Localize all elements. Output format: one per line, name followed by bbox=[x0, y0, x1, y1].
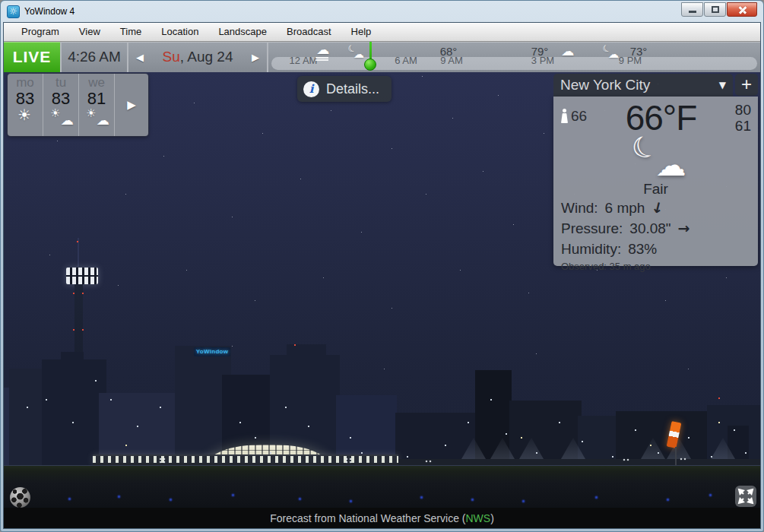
details-button[interactable]: i Details... bbox=[297, 76, 392, 102]
wind-direction-icon: ↓ bbox=[650, 197, 666, 218]
temperature-row: 66 66°F 80 61 bbox=[553, 97, 758, 138]
date-navigator[interactable]: ◀ Su, Aug 24 ▶ bbox=[128, 42, 267, 72]
date-label: Su, Aug 24 bbox=[163, 49, 233, 65]
attribution-bar: Forecast from National Weather Service (… bbox=[4, 508, 760, 528]
tower-observation-deck bbox=[66, 268, 98, 284]
menu-location[interactable]: Location bbox=[151, 23, 208, 41]
fullscreen-button[interactable] bbox=[735, 486, 756, 507]
details-label: Details... bbox=[326, 81, 379, 97]
day-temp: 83 bbox=[52, 90, 70, 108]
pressure-value: 30.08" bbox=[629, 219, 670, 238]
cloud-icon: ☁ bbox=[97, 112, 109, 128]
chevron-down-icon[interactable]: ▼ bbox=[719, 80, 726, 90]
sun-icon: ☀ bbox=[17, 106, 31, 124]
pressure-trend-icon: → bbox=[678, 219, 690, 238]
fullscreen-arrows-icon bbox=[737, 488, 754, 505]
windsock-pole bbox=[675, 447, 677, 467]
clock-display[interactable]: 4:26 AM bbox=[62, 42, 127, 72]
nws-link[interactable]: NWS bbox=[465, 512, 490, 524]
person-icon bbox=[560, 109, 569, 124]
feels-like: 66 bbox=[560, 108, 587, 125]
cloud-icon: ☁ bbox=[562, 43, 575, 59]
attribution-text: Forecast from National Weather Service ( bbox=[270, 512, 465, 524]
minimize-button[interactable] bbox=[681, 2, 703, 17]
menu-program[interactable]: Program bbox=[11, 23, 69, 41]
condition-label: Fair bbox=[553, 181, 758, 198]
menu-help[interactable]: Help bbox=[341, 23, 382, 41]
content-area: YoWindow New York City bbox=[4, 42, 760, 528]
timeline-temp: 73° bbox=[630, 45, 648, 58]
maximize-button[interactable] bbox=[704, 2, 726, 17]
forecast-day-tuesday[interactable]: tu 83 ☀☁ bbox=[43, 74, 79, 136]
observed-label: Observed: bbox=[561, 261, 607, 272]
forecast-expand-button[interactable]: ▶ bbox=[115, 74, 148, 136]
cloud-icon: ☁ bbox=[353, 48, 364, 60]
window-body: Program View Time Location Landscape Bro… bbox=[3, 22, 761, 529]
cloud-icon: ☁ bbox=[61, 112, 74, 128]
live-button[interactable]: LIVE bbox=[4, 42, 60, 72]
high-temp: 80 bbox=[735, 102, 751, 118]
menu-time[interactable]: Time bbox=[110, 23, 151, 41]
title-bar[interactable]: ☼ YoWindow 4 bbox=[1, 1, 763, 22]
timeline-track[interactable]: 12 AM 6 AM 9 AM 3 PM 9 PM bbox=[271, 57, 757, 70]
window-controls bbox=[681, 2, 757, 17]
humidity-label: Humidity: bbox=[561, 239, 621, 258]
observed-value: 35 m ago bbox=[610, 261, 651, 272]
wind-label: Wind: bbox=[561, 198, 598, 217]
hour-tick: 12 AM bbox=[290, 55, 318, 66]
next-day-icon[interactable]: ▶ bbox=[252, 52, 259, 63]
info-icon: i bbox=[303, 81, 319, 97]
day-label: tu bbox=[55, 76, 66, 90]
date-rest-label: , Aug 24 bbox=[180, 49, 233, 65]
menu-broadcast[interactable]: Broadcast bbox=[277, 23, 341, 41]
humidity-value: 83% bbox=[628, 239, 657, 258]
tower-antenna bbox=[78, 238, 79, 270]
cloud-icon: ☁ bbox=[656, 147, 686, 182]
low-temp: 61 bbox=[735, 118, 751, 134]
sun-icon: ☀ bbox=[86, 106, 96, 120]
window-title: YoWindow 4 bbox=[24, 6, 681, 17]
wind-value: 6 mph bbox=[605, 198, 645, 217]
timeline-temp: 68° bbox=[440, 45, 458, 58]
forecast-day-wednesday[interactable]: we 81 ☀☁ bbox=[79, 74, 115, 136]
weekday-label: Su bbox=[163, 49, 180, 65]
attribution-suffix: ) bbox=[490, 512, 494, 524]
add-location-button[interactable]: + bbox=[735, 74, 758, 96]
airfield-ground bbox=[4, 465, 760, 511]
day-label: mo bbox=[16, 76, 34, 90]
day-temp: 81 bbox=[87, 90, 106, 108]
weather-panel: 66 66°F 80 61 ☾ ☁ Fair Wind: 6 mph ↓ bbox=[553, 97, 758, 266]
prev-day-icon[interactable]: ◀ bbox=[136, 52, 144, 63]
fog-cloud-icon: ☁ bbox=[317, 42, 330, 57]
current-temperature: 66°F bbox=[587, 97, 735, 138]
day-label: we bbox=[88, 76, 105, 90]
hour-tick: 6 AM bbox=[395, 55, 417, 66]
terminal-building bbox=[93, 454, 398, 465]
forecast-day-monday[interactable]: mo 83 ☀ bbox=[8, 74, 43, 136]
time-marker-handle[interactable] bbox=[364, 59, 376, 71]
high-low: 80 61 bbox=[735, 102, 751, 134]
menu-landscape[interactable]: Landscape bbox=[208, 23, 277, 41]
pressure-row: Pressure: 30.08" → bbox=[553, 218, 758, 239]
close-button[interactable] bbox=[727, 2, 757, 17]
feels-like-value: 66 bbox=[571, 108, 587, 125]
partly-cloudy-icon: ☀☁ bbox=[47, 108, 74, 126]
building bbox=[42, 359, 106, 467]
partly-cloudy-icon: ☀☁ bbox=[83, 108, 110, 126]
fair-night-icon: ☾ ☁ bbox=[624, 135, 688, 179]
sun-icon: ☀ bbox=[50, 106, 60, 120]
location-selector[interactable]: New York City ▼ bbox=[553, 74, 733, 97]
observed-row: Observed: 35 m ago bbox=[553, 259, 758, 274]
wind-row: Wind: 6 mph ↓ bbox=[553, 198, 758, 218]
menu-view[interactable]: View bbox=[69, 23, 110, 41]
app-window: ☼ YoWindow 4 Program View Time Location … bbox=[0, 0, 764, 532]
soccer-ball-icon[interactable] bbox=[10, 487, 30, 508]
pressure-label: Pressure: bbox=[561, 219, 623, 238]
billboard-sign: YoWindow bbox=[194, 347, 230, 356]
weather-timeline[interactable]: 12 AM 6 AM 9 AM 3 PM 9 PM 68° 79° 73° ☁ … bbox=[268, 42, 760, 72]
expand-icon: ▶ bbox=[127, 98, 136, 112]
sunny-icon: ☀ bbox=[11, 108, 39, 126]
location-name: New York City bbox=[560, 77, 719, 93]
toolbar: LIVE 4:26 AM ◀ Su, Aug 24 ▶ 12 AM 6 AM 9… bbox=[4, 42, 760, 72]
forecast-strip: mo 83 ☀ tu 83 ☀☁ we 81 ☀☁ ▶ bbox=[8, 74, 148, 136]
